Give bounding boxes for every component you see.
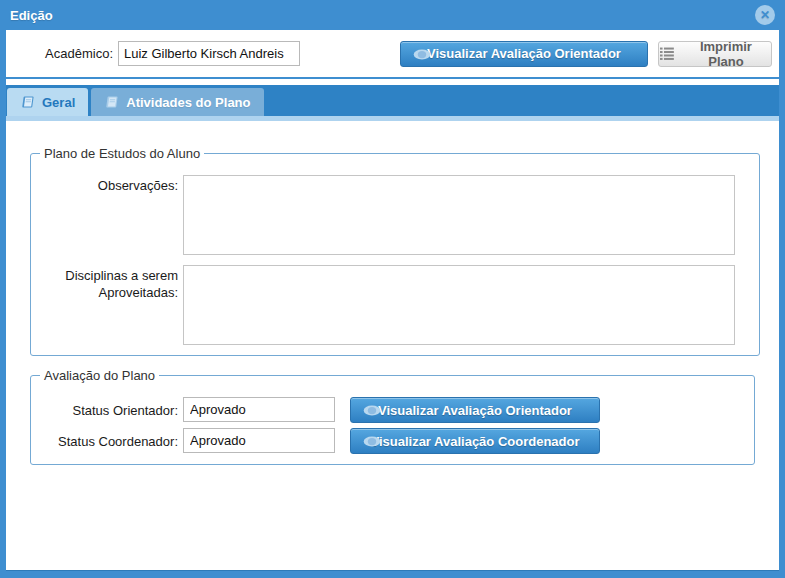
study-plan-fieldset: Plano de Estudos do Aluno Observações: D… <box>30 146 760 356</box>
tab-geral[interactable]: Geral <box>7 88 88 116</box>
tab-panel-geral: Plano de Estudos do Aluno Observações: D… <box>6 121 779 570</box>
study-plan-legend: Plano de Estudos do Aluno <box>40 146 204 161</box>
evaluation-fieldset: Avaliação do Plano Status Orientador: Vi… <box>30 368 755 465</box>
tab-geral-label: Geral <box>42 95 75 110</box>
book-icon <box>104 95 119 109</box>
subjects-textarea[interactable] <box>183 265 735 345</box>
advisor-status-row: Status Orientador: Visualizar Avaliação … <box>31 397 730 423</box>
tab-atividades-do-plano[interactable]: Atividades do Plano <box>91 88 263 116</box>
print-plan-button[interactable]: Imprimir Plano <box>658 41 772 67</box>
academic-input[interactable] <box>118 41 300 66</box>
view-advisor-label: Visualizar Avaliação Orientador <box>378 403 572 418</box>
close-icon[interactable]: ✕ <box>755 5 775 25</box>
subjects-row: Disciplinas a serem Aproveitadas: <box>31 265 735 345</box>
view-coordinator-label: Visualizar Avaliação Coordenador <box>370 434 579 449</box>
coordinator-status-input[interactable] <box>183 428 335 453</box>
view-advisor-evaluation-button[interactable]: Visualizar Avaliação Orientador <box>350 397 600 423</box>
dialog-titlebar: Edição ✕ <box>0 0 785 30</box>
tabstrip: Geral Atividades do Plano <box>6 85 779 116</box>
eye-icon <box>363 436 381 447</box>
list-icon <box>659 46 675 61</box>
dialog-body: Acadêmico: Visualizar Avaliação Orientad… <box>6 30 779 571</box>
view-advisor-evaluation-toolbar-button[interactable]: Visualizar Avaliação Orientador <box>400 41 648 67</box>
subjects-label: Disciplinas a serem Aproveitadas: <box>31 265 183 345</box>
toolbar: Acadêmico: Visualizar Avaliação Orientad… <box>6 30 779 79</box>
advisor-status-label: Status Orientador: <box>31 397 183 423</box>
dialog-title: Edição <box>10 8 53 23</box>
tab-atividades-label: Atividades do Plano <box>126 95 250 110</box>
coordinator-status-row: Status Coordenador: Visualizar Avaliação… <box>31 428 730 454</box>
observations-label: Observações: <box>31 175 183 255</box>
edit-dialog: Edição ✕ Acadêmico: Visualizar Avaliação… <box>0 0 785 578</box>
observations-textarea[interactable] <box>183 175 735 255</box>
eye-icon <box>363 405 381 416</box>
observations-row: Observações: <box>31 175 735 255</box>
view-coordinator-evaluation-button[interactable]: Visualizar Avaliação Coordenador <box>350 428 600 454</box>
book-icon <box>20 95 35 109</box>
advisor-status-input[interactable] <box>183 397 335 422</box>
eye-icon <box>413 49 431 60</box>
academic-label: Acadêmico: <box>6 46 113 61</box>
evaluation-legend: Avaliação do Plano <box>40 368 159 383</box>
view-advisor-toolbar-label: Visualizar Avaliação Orientador <box>427 46 621 61</box>
coordinator-status-label: Status Coordenador: <box>31 428 183 454</box>
print-plan-label: Imprimir Plano <box>681 39 771 69</box>
